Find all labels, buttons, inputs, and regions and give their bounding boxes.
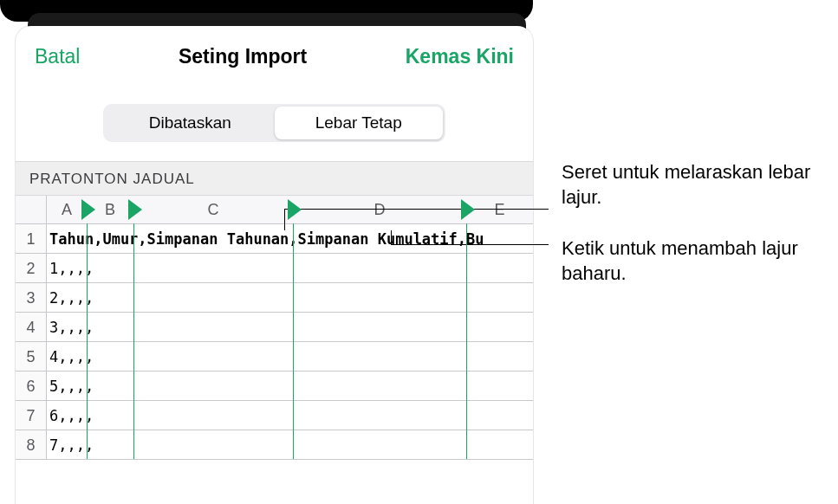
row-text: 6,,,,	[47, 401, 533, 430]
table-row: 54,,,,	[16, 342, 533, 372]
column-header-row: ABCDE	[16, 196, 533, 224]
row-text: 3,,,,	[47, 313, 533, 341]
update-button[interactable]: Kemas Kini	[400, 44, 519, 69]
leader-line	[284, 209, 285, 230]
table-row: 21,,,,	[16, 254, 533, 283]
row-text: 5,,,,	[47, 372, 533, 400]
row-text: 7,,,,	[47, 430, 533, 459]
row-number: 3	[16, 283, 47, 312]
row-number: 7	[16, 401, 47, 430]
column-header-d[interactable]: D	[293, 196, 466, 223]
row-number: 4	[16, 313, 47, 341]
row-number: 8	[16, 430, 47, 459]
segment-delimited[interactable]: Dibataskan	[106, 107, 275, 139]
cancel-button[interactable]: Batal	[29, 44, 85, 69]
column-header-a[interactable]: A	[47, 196, 87, 223]
table-row: 76,,,,	[16, 401, 533, 430]
table-row: 32,,,,	[16, 283, 533, 313]
row-text: 4,,,,	[47, 342, 533, 371]
column-boundary-line[interactable]	[466, 223, 467, 459]
row-number: 1	[16, 224, 47, 253]
row-text: 1,,,,	[47, 254, 533, 282]
column-boundary-line[interactable]	[87, 223, 88, 459]
import-settings-modal: Batal Seting Import Kemas Kini Dibataska…	[16, 26, 533, 504]
table-row: 87,,,,	[16, 430, 533, 460]
column-boundary-line[interactable]	[293, 223, 294, 459]
column-resize-handle-icon[interactable]	[461, 199, 475, 220]
modal-header: Batal Seting Import Kemas Kini	[16, 26, 533, 87]
row-number-header	[16, 196, 47, 223]
column-boundary-line[interactable]	[133, 223, 134, 459]
table-row: 1Tahun,Umur,Simpanan Tahunan,Simpanan Ku…	[16, 224, 533, 254]
row-number: 6	[16, 372, 47, 400]
row-number: 2	[16, 254, 47, 282]
segmented-control-container: Dibataskan Lebar Tetap	[16, 87, 533, 161]
column-resize-handle-icon[interactable]	[81, 199, 95, 220]
column-header-c[interactable]: C	[133, 196, 293, 223]
table-preview: ABCDE 1Tahun,Umur,Simpanan Tahunan,Simpa…	[16, 196, 533, 460]
row-text: 2,,,,	[47, 283, 533, 312]
callout-drag-width: Seret untuk melaraskan lebar lajur.	[562, 159, 826, 210]
table-row: 43,,,,	[16, 313, 533, 342]
leader-line	[284, 209, 549, 210]
column-resize-handle-icon[interactable]	[288, 199, 302, 220]
column-resize-handle-icon[interactable]	[128, 199, 142, 220]
leader-line	[391, 230, 392, 244]
column-header-e[interactable]: E	[466, 196, 533, 223]
callout-tap-add-column: Ketik untuk menambah lajur baharu.	[562, 236, 826, 286]
import-mode-segmented: Dibataskan Lebar Tetap	[103, 104, 445, 142]
segment-fixed-width[interactable]: Lebar Tetap	[275, 107, 444, 139]
modal-title: Seting Import	[179, 45, 307, 68]
table-preview-label: PRATONTON JADUAL	[16, 161, 533, 196]
leader-line	[391, 244, 549, 245]
row-number: 5	[16, 342, 47, 371]
table-row: 65,,,,	[16, 372, 533, 401]
row-text: Tahun,Umur,Simpanan Tahunan,Simpanan Kum…	[47, 224, 533, 253]
